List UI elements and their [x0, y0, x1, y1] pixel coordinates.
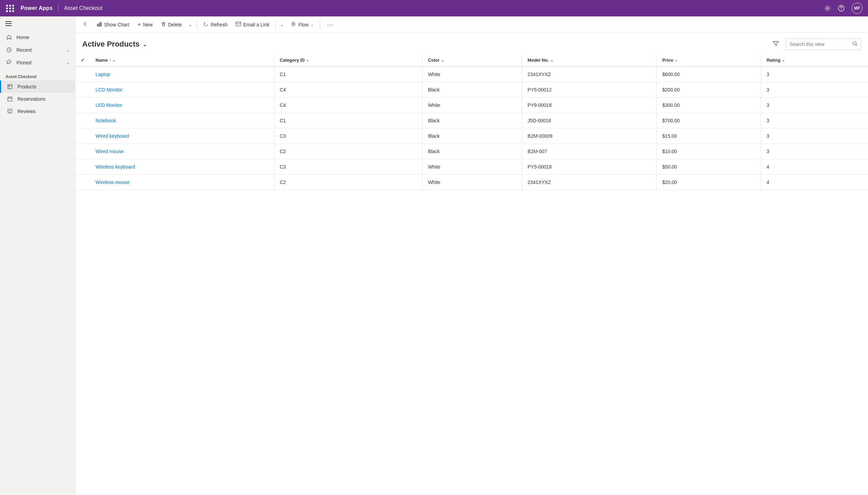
row-rating-1: 3 [761, 82, 868, 98]
row-color-7: White [422, 175, 522, 190]
row-check-7[interactable] [75, 175, 90, 190]
svg-point-2 [841, 9, 842, 10]
row-check-6[interactable] [75, 159, 90, 175]
row-price-4: $15.00 [657, 128, 761, 144]
model-sort[interactable]: ⌄ [550, 58, 553, 62]
row-name-2[interactable]: LED Monitor [90, 98, 274, 113]
flow-button[interactable]: Flow ⌄ [287, 19, 317, 30]
table-header-check[interactable]: ✓ [75, 54, 90, 66]
refresh-icon [203, 22, 209, 28]
home-icon [5, 34, 12, 40]
row-category-5: C2 [274, 144, 422, 159]
recent-icon [5, 47, 12, 53]
sidebar-item-products[interactable]: Products [0, 81, 75, 93]
table-header-rating[interactable]: Rating ⌄ [761, 54, 868, 66]
table-header-price[interactable]: Price ⌄ [657, 54, 761, 66]
row-model-0: 2341XYXZ [522, 66, 656, 82]
table-header-model[interactable]: Model No. ⌄ [522, 54, 656, 66]
show-chart-button[interactable]: Show Chart [93, 19, 133, 30]
row-name-5[interactable]: Wired mouse [90, 144, 274, 159]
row-check-0[interactable] [75, 66, 90, 82]
pinned-chevron: ⌄ [66, 60, 70, 65]
row-color-2: White [422, 98, 522, 113]
table-header-color[interactable]: Color ⌄ [422, 54, 522, 66]
name-sort-dropdown[interactable]: ⌄ [112, 58, 115, 62]
row-name-1[interactable]: LCD Monitor [90, 82, 274, 98]
settings-icon[interactable] [824, 5, 831, 12]
new-label: New [143, 22, 153, 27]
row-name-6[interactable]: Wireless keyboard [90, 159, 274, 175]
refresh-button[interactable]: Refresh [200, 20, 231, 30]
row-name-7[interactable]: Wireless mouse [90, 175, 274, 190]
row-check-3[interactable] [75, 113, 90, 128]
toolbar: Show Chart + New Delete ⌄ [75, 16, 868, 33]
row-check-2[interactable] [75, 98, 90, 113]
email-link-button[interactable]: Email a Link [232, 20, 273, 29]
row-rating-7: 4 [761, 175, 868, 190]
row-name-3[interactable]: Notebook [90, 113, 274, 128]
show-chart-icon [97, 21, 102, 28]
table-row: LCD Monitor C4 Black PY5-00012 $200.00 3 [75, 82, 868, 98]
toolbar-divider-1 [197, 21, 197, 29]
sidebar-item-reservations[interactable]: Reservations [0, 93, 75, 105]
sidebar: Home Recent ⌄ Pinned ⌄ Asset Checkout [0, 16, 75, 495]
recent-label: Recent [16, 47, 62, 53]
user-avatar[interactable]: MP [852, 3, 863, 14]
row-check-4[interactable] [75, 128, 90, 144]
help-icon[interactable] [838, 5, 845, 12]
topbar-right: MP [824, 3, 863, 14]
reservations-label: Reservations [17, 96, 46, 102]
new-icon: + [137, 22, 141, 28]
category-sort[interactable]: ⌄ [306, 58, 309, 62]
flow-chevron: ⌄ [311, 22, 314, 27]
row-name-0[interactable]: Laptop [90, 66, 274, 82]
sidebar-item-pinned[interactable]: Pinned ⌄ [0, 56, 75, 69]
row-color-0: White [422, 66, 522, 82]
row-check-5[interactable] [75, 144, 90, 159]
row-rating-6: 4 [761, 159, 868, 175]
row-color-5: Black [422, 144, 522, 159]
svg-rect-7 [97, 24, 98, 26]
filter-button[interactable] [770, 39, 782, 49]
row-price-3: $700.00 [657, 113, 761, 128]
view-title-text: Active Products [82, 40, 140, 49]
delete-dropdown-button[interactable]: ⌄ [187, 20, 194, 29]
rating-sort[interactable]: ⌄ [782, 58, 785, 62]
delete-label: Delete [168, 22, 182, 27]
search-input[interactable] [790, 41, 850, 47]
color-sort[interactable]: ⌄ [441, 58, 444, 62]
price-sort[interactable]: ⌄ [675, 58, 678, 62]
row-model-6: PY5-00018 [522, 159, 656, 175]
more-button[interactable]: ⋯ [324, 20, 336, 30]
row-rating-2: 3 [761, 98, 868, 113]
email-link-dropdown-button[interactable]: ⌄ [278, 20, 286, 29]
row-model-7: 2341XYXZ [522, 175, 656, 190]
svg-rect-8 [99, 23, 100, 26]
pinned-icon [5, 60, 12, 65]
search-icon-button[interactable] [852, 41, 858, 48]
show-chart-label: Show Chart [104, 22, 129, 27]
delete-button[interactable]: Delete [158, 20, 185, 30]
row-check-1[interactable] [75, 82, 90, 98]
sidebar-hamburger[interactable] [0, 16, 75, 31]
table-header-row: ✓ Name ↑ ⌄ Category ID [75, 54, 868, 66]
table-header-category[interactable]: Category ID ⌄ [274, 54, 422, 66]
table-header-name[interactable]: Name ↑ ⌄ [90, 54, 274, 66]
svg-point-0 [827, 8, 829, 9]
new-button[interactable]: + New [134, 20, 156, 30]
row-name-4[interactable]: Wired keyboard [90, 128, 274, 144]
waffle-menu-button[interactable] [5, 3, 15, 13]
view-header: Active Products ⌄ [75, 33, 868, 54]
row-price-1: $200.00 [657, 82, 761, 98]
products-label: Products [17, 84, 36, 89]
topbar-page-title: Asset Checkout [64, 5, 102, 11]
view-header-right [770, 38, 861, 50]
sidebar-item-reviews[interactable]: Reviews [0, 105, 75, 117]
view-title-dropdown[interactable]: ⌄ [142, 41, 147, 48]
svg-rect-4 [8, 85, 12, 89]
row-category-0: C1 [274, 66, 422, 82]
back-button[interactable] [79, 19, 90, 30]
table-row: Laptop C1 White 2341XYXZ $600.00 3 [75, 66, 868, 82]
sidebar-item-recent[interactable]: Recent ⌄ [0, 44, 75, 56]
sidebar-item-home[interactable]: Home [0, 31, 75, 44]
